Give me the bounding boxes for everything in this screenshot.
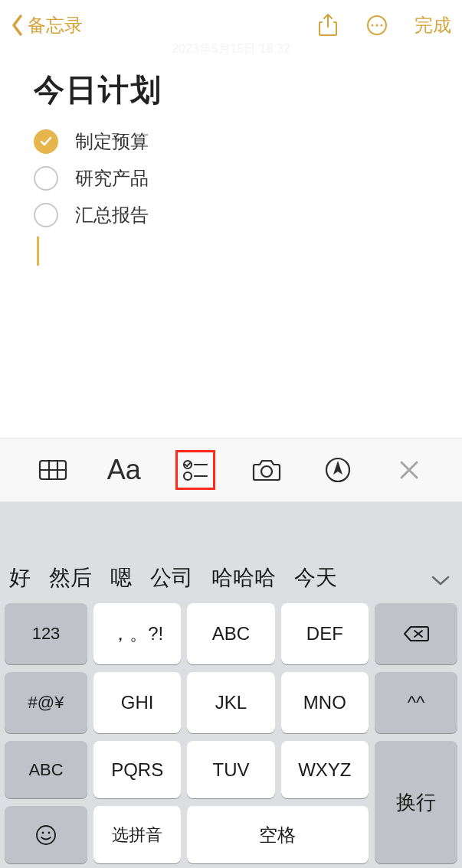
candidate-bar: 好 然后 嗯 公司 哈哈哈 今天 [0, 502, 462, 603]
svg-point-12 [261, 466, 272, 477]
markup-button[interactable] [318, 450, 358, 490]
key-pqrs[interactable]: PQRS [93, 741, 181, 798]
candidate-item[interactable]: 哈哈哈 [211, 563, 276, 592]
checklist: 制定预算 研究产品 汇总报告 [34, 123, 439, 266]
candidate-item[interactable]: 好 [9, 563, 31, 592]
key-return[interactable]: 换行 [375, 741, 457, 863]
key-grid: 123 ，。?! ABC DEF #@¥ GHI JKL MNO ^^ [0, 603, 462, 868]
candidate-item[interactable]: 今天 [294, 563, 336, 592]
format-toolbar: Aa [0, 438, 462, 502]
key-tuv[interactable]: TUV [187, 741, 274, 798]
checklist-item[interactable]: 研究产品 [34, 160, 439, 197]
table-button[interactable] [33, 450, 73, 490]
key-punct[interactable]: ，。?! [93, 603, 181, 664]
key-def[interactable]: DEF [281, 603, 369, 664]
checkbox-unchecked-icon[interactable] [34, 203, 58, 227]
text-format-button[interactable]: Aa [104, 450, 144, 490]
candidate-item[interactable]: 嗯 [110, 563, 132, 592]
checklist-item[interactable]: 制定预算 [34, 123, 439, 160]
svg-point-10 [184, 472, 192, 480]
candidate-item[interactable]: 公司 [150, 563, 193, 592]
key-ghi[interactable]: GHI [93, 672, 181, 733]
note-title[interactable]: 今日计划 [34, 69, 439, 111]
back-label: 备忘录 [28, 13, 83, 38]
back-button[interactable]: 备忘录 [11, 13, 83, 38]
checklist-button[interactable] [175, 450, 215, 490]
note-timestamp: 2023年5月15日 18:32 [0, 41, 462, 55]
camera-button[interactable] [247, 450, 287, 490]
key-jkl[interactable]: JKL [187, 672, 274, 733]
key-mno[interactable]: MNO [281, 672, 369, 733]
svg-point-2 [376, 24, 378, 27]
checkbox-checked-icon[interactable] [34, 129, 58, 154]
key-symbols[interactable]: #@¥ [5, 672, 87, 733]
checklist-item-label[interactable]: 研究产品 [75, 166, 149, 191]
svg-point-18 [37, 826, 55, 844]
key-abc-mode[interactable]: ABC [5, 741, 87, 798]
checkbox-unchecked-icon[interactable] [34, 166, 58, 191]
expand-candidates-button[interactable] [428, 569, 453, 591]
keyboard: 好 然后 嗯 公司 哈哈哈 今天 123 ，。?! ABC DEF #@ [0, 502, 462, 868]
checklist-item-label[interactable]: 汇总报告 [75, 203, 149, 227]
svg-point-3 [381, 24, 383, 27]
key-backspace[interactable] [375, 603, 457, 664]
key-wxyz[interactable]: WXYZ [281, 741, 369, 798]
nav-actions: 完成 [316, 13, 451, 38]
share-icon[interactable] [316, 14, 339, 37]
text-caret [37, 237, 439, 266]
close-toolbar-button[interactable] [389, 450, 429, 490]
key-select-pinyin[interactable]: 选拼音 [93, 806, 181, 863]
svg-point-1 [372, 24, 374, 27]
svg-point-19 [42, 831, 44, 834]
note-body[interactable]: 今日计划 制定预算 研究产品 汇总报告 [0, 55, 462, 266]
checklist-item-label[interactable]: 制定预算 [75, 129, 149, 154]
key-emoji[interactable] [5, 806, 87, 863]
key-space[interactable]: 空格 [187, 806, 369, 863]
svg-point-20 [48, 831, 51, 834]
checklist-item[interactable]: 汇总报告 [34, 197, 439, 233]
key-abc[interactable]: ABC [187, 603, 274, 664]
done-button[interactable]: 完成 [414, 13, 451, 38]
chevron-left-icon [11, 14, 25, 37]
key-123[interactable]: 123 [5, 603, 87, 664]
more-icon[interactable] [365, 14, 388, 37]
key-caret[interactable]: ^^ [375, 672, 457, 733]
candidate-item[interactable]: 然后 [49, 563, 92, 592]
